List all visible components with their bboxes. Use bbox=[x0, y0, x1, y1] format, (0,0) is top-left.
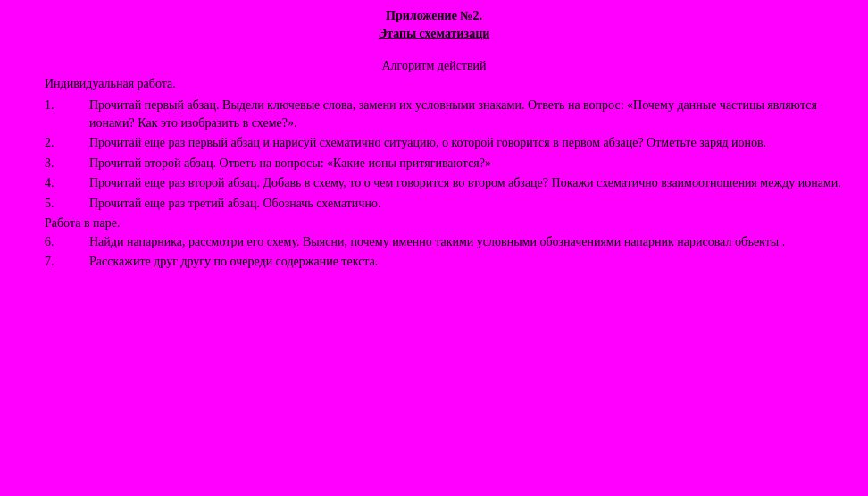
list-num: 7. bbox=[45, 253, 89, 271]
subtitle: Этапы схематизаци bbox=[18, 27, 850, 41]
pair-list: 6. Найди напарника, рассмотри его схему.… bbox=[45, 233, 850, 271]
list-num: 5. bbox=[45, 195, 89, 213]
list-text: Прочитай еще раз второй абзац. Добавь в … bbox=[89, 174, 850, 192]
list-item: 4. Прочитай еще раз второй абзац. Добавь… bbox=[45, 174, 850, 192]
list-item: 3. Прочитай второй абзац. Ответь на вопр… bbox=[45, 155, 850, 172]
list-num: 6. bbox=[45, 233, 89, 251]
list-text: Прочитай первый абзац. Выдели ключевые с… bbox=[89, 97, 850, 131]
list-num: 1. bbox=[45, 97, 89, 131]
list-text: Прочитай второй абзац. Ответь на вопросы… bbox=[89, 155, 850, 172]
pair-work-label: Работа в паре. bbox=[45, 216, 850, 231]
individual-work-label: Индивидуальная работа. bbox=[45, 77, 850, 91]
page: Приложение №2. Этапы схематизаци Алгорит… bbox=[0, 0, 868, 496]
list-text: Найди напарника, рассмотри его схему. Вы… bbox=[89, 233, 850, 251]
list-text: Прочитай еще раз третий абзац. Обозначь … bbox=[89, 195, 850, 213]
list-num: 4. bbox=[45, 174, 89, 192]
spacer1 bbox=[18, 45, 850, 59]
algorithm-title: Алгоритм действий bbox=[18, 59, 850, 73]
main-title: Приложение №2. bbox=[18, 9, 850, 23]
list-text: Прочитай еще раз первый абзац и нарисуй … bbox=[89, 134, 850, 152]
list-item: 1. Прочитай первый абзац. Выдели ключевы… bbox=[45, 97, 850, 131]
title-block: Приложение №2. Этапы схематизаци bbox=[18, 9, 850, 41]
list-item: 2. Прочитай еще раз первый абзац и нарис… bbox=[45, 134, 850, 152]
list-item: 5. Прочитай еще раз третий абзац. Обозна… bbox=[45, 195, 850, 213]
list-num: 3. bbox=[45, 155, 89, 172]
list-text: Расскажите друг другу по очереди содержа… bbox=[89, 253, 850, 271]
main-list: 1. Прочитай первый абзац. Выдели ключевы… bbox=[45, 97, 850, 213]
list-num: 2. bbox=[45, 134, 89, 152]
list-item: 7. Расскажите друг другу по очереди соде… bbox=[45, 253, 850, 271]
list-item: 6. Найди напарника, рассмотри его схему.… bbox=[45, 233, 850, 251]
